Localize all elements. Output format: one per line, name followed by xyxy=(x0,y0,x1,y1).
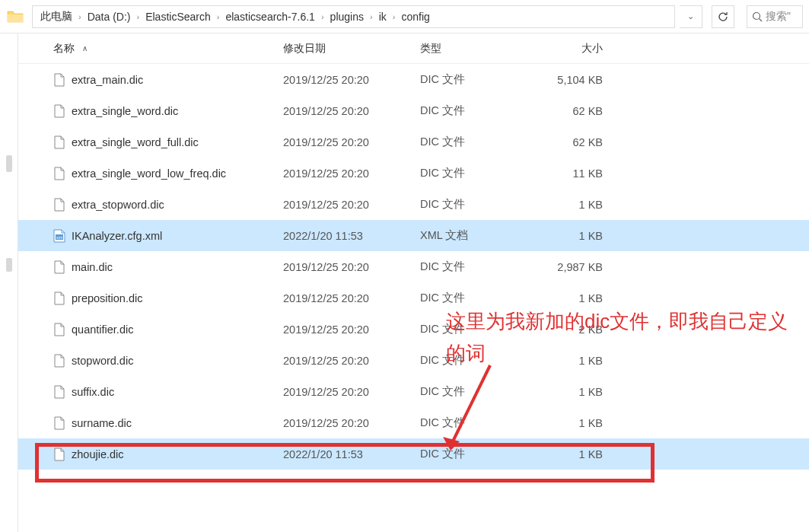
file-name-cell: stopword.dic xyxy=(53,353,283,368)
file-name-cell: extra_main.dic xyxy=(53,72,283,88)
file-name-cell: xmlIKAnalyzer.cfg.xml xyxy=(53,228,283,244)
file-type: XML 文档 xyxy=(420,228,536,243)
file-type: DIC 文件 xyxy=(420,166,536,180)
file-type: DIC 文件 xyxy=(420,197,536,212)
file-size: 1 KB xyxy=(536,355,609,367)
file-row[interactable]: zhoujie.dic2022/1/20 11:53DIC 文件1 KB xyxy=(18,438,809,470)
file-row[interactable]: extra_single_word.dic2019/12/25 20:20DIC… xyxy=(18,95,809,126)
file-row[interactable]: extra_main.dic2019/12/25 20:20DIC 文件5,10… xyxy=(18,64,809,95)
file-name: suffix.dic xyxy=(72,386,114,398)
folder-icon xyxy=(6,8,24,26)
breadcrumb-sep: › xyxy=(214,12,223,21)
document-file-icon xyxy=(53,322,65,337)
file-row[interactable]: preposition.dic2019/12/25 20:20DIC 文件1 K… xyxy=(18,282,809,314)
document-file-icon xyxy=(53,416,65,431)
file-name: surname.dic xyxy=(72,417,132,429)
file-name: IKAnalyzer.cfg.xml xyxy=(72,230,162,242)
file-row[interactable]: extra_single_word_full.dic2019/12/25 20:… xyxy=(18,126,809,158)
file-size: 1 KB xyxy=(536,448,609,460)
strip-marker xyxy=(6,258,12,272)
refresh-button[interactable] xyxy=(712,5,734,28)
file-row[interactable]: main.dic2019/12/25 20:20DIC 文件2,987 KB xyxy=(18,251,809,282)
document-file-icon xyxy=(53,260,65,275)
svg-text:xml: xml xyxy=(56,235,62,240)
search-icon xyxy=(752,11,763,22)
file-name-cell: main.dic xyxy=(53,260,283,275)
breadcrumb-item[interactable]: Data (D:) xyxy=(84,11,134,23)
file-name-cell: extra_single_word_low_freq.dic xyxy=(53,166,283,181)
left-sidebar-strip xyxy=(0,33,18,532)
file-type: DIC 文件 xyxy=(420,104,536,118)
breadcrumb-item[interactable]: 此电脑 xyxy=(37,10,75,24)
file-name: zhoujie.dic xyxy=(72,448,124,460)
file-size: 2,987 KB xyxy=(536,261,609,273)
file-date: 2019/12/25 20:20 xyxy=(283,386,420,398)
sort-indicator-icon: ∧ xyxy=(82,44,88,53)
file-name-cell: suffix.dic xyxy=(53,384,283,400)
file-row[interactable]: suffix.dic2019/12/25 20:20DIC 文件1 KB xyxy=(18,376,809,407)
document-file-icon xyxy=(53,447,65,462)
svg-point-0 xyxy=(753,12,760,19)
file-list: extra_main.dic2019/12/25 20:20DIC 文件5,10… xyxy=(18,64,809,470)
file-row[interactable]: extra_stopword.dic2019/12/25 20:20DIC 文件… xyxy=(18,189,809,220)
file-type: DIC 文件 xyxy=(420,135,536,149)
file-size: 2 KB xyxy=(536,323,609,336)
breadcrumb-sep: › xyxy=(367,12,376,21)
breadcrumb-item[interactable]: ik xyxy=(376,11,390,23)
document-file-icon xyxy=(53,384,65,400)
search-input[interactable]: 搜索" xyxy=(747,5,803,28)
column-name-header[interactable]: 名称 ∧ xyxy=(53,42,283,56)
breadcrumb-item[interactable]: config xyxy=(398,11,432,23)
file-type: DIC 文件 xyxy=(420,447,536,461)
file-area: 名称 ∧ 修改日期 类型 大小 extra_main.dic2019/12/25… xyxy=(18,33,809,532)
file-date: 2019/12/25 20:20 xyxy=(283,105,420,117)
column-header-row: 名称 ∧ 修改日期 类型 大小 xyxy=(18,33,809,64)
column-date-header[interactable]: 修改日期 xyxy=(283,42,420,56)
breadcrumb-item[interactable]: ElasticSearch xyxy=(142,11,214,23)
file-name: extra_single_word.dic xyxy=(72,105,178,117)
file-row[interactable]: extra_single_word_low_freq.dic2019/12/25… xyxy=(18,158,809,189)
file-date: 2019/12/25 20:20 xyxy=(283,74,420,86)
file-size: 62 KB xyxy=(536,105,609,117)
column-size-header[interactable]: 大小 xyxy=(536,42,609,56)
file-size: 1 KB xyxy=(536,417,609,429)
column-type-header[interactable]: 类型 xyxy=(420,42,536,56)
file-date: 2022/1/20 11:53 xyxy=(283,448,420,460)
file-name-cell: surname.dic xyxy=(53,416,283,431)
file-type: DIC 文件 xyxy=(420,291,536,305)
file-date: 2019/12/25 20:20 xyxy=(283,323,420,336)
breadcrumb-sep: › xyxy=(75,12,84,21)
chevron-down-icon: ⌄ xyxy=(687,11,694,21)
file-size: 1 KB xyxy=(536,292,609,304)
file-row[interactable]: surname.dic2019/12/25 20:20DIC 文件1 KB xyxy=(18,407,809,438)
nav-expand-button[interactable]: ⌄ xyxy=(680,5,702,28)
file-type: DIC 文件 xyxy=(420,322,536,336)
xml-file-icon: xml xyxy=(53,228,65,244)
file-name-cell: extra_stopword.dic xyxy=(53,197,283,212)
file-date: 2019/12/25 20:20 xyxy=(283,136,420,148)
file-date: 2019/12/25 20:20 xyxy=(283,292,420,304)
file-row[interactable]: xmlIKAnalyzer.cfg.xml2022/1/20 11:53XML … xyxy=(18,220,809,251)
file-name: extra_main.dic xyxy=(72,74,143,86)
file-type: DIC 文件 xyxy=(420,416,536,430)
document-file-icon xyxy=(53,72,65,88)
refresh-icon xyxy=(717,11,729,23)
document-file-icon xyxy=(53,197,65,212)
file-date: 2019/12/25 20:20 xyxy=(283,417,420,429)
breadcrumb-sep: › xyxy=(133,12,142,21)
file-name: extra_stopword.dic xyxy=(72,199,164,211)
breadcrumb-item[interactable]: plugins xyxy=(327,11,367,23)
document-file-icon xyxy=(53,291,65,306)
file-name: stopword.dic xyxy=(72,355,133,367)
breadcrumb[interactable]: 此电脑 › Data (D:) › ElasticSearch › elasti… xyxy=(32,5,675,28)
file-row[interactable]: quantifier.dic2019/12/25 20:20DIC 文件2 KB xyxy=(18,314,809,345)
file-date: 2019/12/25 20:20 xyxy=(283,355,420,367)
file-row[interactable]: stopword.dic2019/12/25 20:20DIC 文件1 KB xyxy=(18,345,809,376)
file-size: 1 KB xyxy=(536,199,609,211)
document-file-icon xyxy=(53,135,65,150)
file-name: extra_single_word_low_freq.dic xyxy=(72,167,226,180)
file-size: 1 KB xyxy=(536,230,609,242)
search-placeholder: 搜索" xyxy=(766,10,791,24)
breadcrumb-item[interactable]: elasticsearch-7.6.1 xyxy=(222,11,318,23)
file-name-cell: extra_single_word.dic xyxy=(53,104,283,119)
